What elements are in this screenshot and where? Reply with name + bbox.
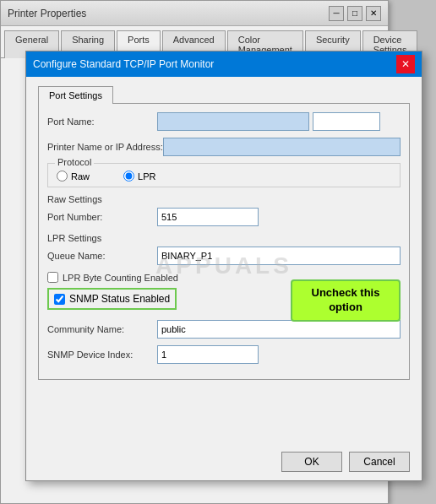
lpr-settings-label: LPR Settings <box>47 233 401 243</box>
port-name-row: Port Name: <box>47 112 401 131</box>
community-name-label: Community Name: <box>47 324 157 334</box>
snmp-status-checkbox[interactable] <box>54 294 65 305</box>
raw-radio[interactable] <box>57 171 68 182</box>
titlebar-controls: ─ □ ✕ <box>329 6 381 21</box>
port-name-extra-input[interactable] <box>313 112 380 131</box>
minimize-button[interactable]: ─ <box>329 6 344 21</box>
lpr-label: LPR <box>138 171 155 182</box>
port-number-row: Port Number: <box>47 208 401 226</box>
community-name-input[interactable] <box>157 320 401 339</box>
printer-name-row: Printer Name or IP Address: <box>47 138 401 156</box>
protocol-group: Protocol Raw LPR <box>47 163 401 187</box>
dialog-title: Configure Standard TCP/IP Port Monitor <box>33 58 214 70</box>
port-name-input[interactable] <box>157 112 309 131</box>
raw-settings-label: Raw Settings <box>47 194 401 204</box>
outer-titlebar: Printer Properties ─ □ ✕ <box>1 1 388 26</box>
snmp-device-index-input[interactable] <box>157 345 259 364</box>
port-number-label: Port Number: <box>47 212 157 222</box>
configure-tcpip-dialog: APPUALS Configure Standard TCP/IP Port M… <box>25 51 422 481</box>
cancel-button[interactable]: Cancel <box>349 452 410 472</box>
inner-titlebar: Configure Standard TCP/IP Port Monitor ✕ <box>26 51 422 77</box>
ok-button[interactable]: OK <box>281 452 342 472</box>
dialog-content: Port Settings Port Name: Printer Name or… <box>26 77 422 388</box>
lpr-byte-count-label: LPR Byte Counting Enabled <box>63 273 178 283</box>
lpr-radio[interactable] <box>123 171 134 182</box>
dialog-close-button[interactable]: ✕ <box>396 55 415 73</box>
dialog-buttons: OK Cancel <box>281 452 410 472</box>
snmp-device-index-row: SNMP Device Index: <box>47 345 401 364</box>
outer-close-button[interactable]: ✕ <box>366 6 381 21</box>
lpr-byte-count-checkbox[interactable] <box>47 272 58 283</box>
callout-text: Uncheck this option <box>312 286 380 313</box>
outer-window-title: Printer Properties <box>8 8 329 19</box>
printer-name-input[interactable] <box>163 138 401 156</box>
snmp-device-index-label: SNMP Device Index: <box>47 350 157 360</box>
raw-settings-section: Raw Settings Port Number: <box>47 194 401 226</box>
port-settings-panel: Port Name: Printer Name or IP Address: P… <box>38 103 410 380</box>
port-number-input[interactable] <box>157 208 259 226</box>
raw-radio-item: Raw <box>57 171 90 182</box>
queue-name-label: Queue Name: <box>47 251 157 261</box>
raw-label: Raw <box>71 171 90 182</box>
port-name-label: Port Name: <box>47 117 157 127</box>
community-name-row: Community Name: <box>47 320 401 339</box>
port-settings-tab[interactable]: Port Settings <box>38 86 113 104</box>
queue-name-input[interactable] <box>157 247 401 265</box>
snmp-highlight-box: SNMP Status Enabled <box>47 288 177 310</box>
lpr-settings-section: LPR Settings Queue Name: <box>47 233 401 265</box>
printer-name-label: Printer Name or IP Address: <box>47 142 163 152</box>
maximize-button[interactable]: □ <box>347 6 362 21</box>
protocol-radio-row: Raw LPR <box>57 171 391 182</box>
snmp-status-label: SNMP Status Enabled <box>69 293 170 305</box>
lpr-radio-item: LPR <box>123 171 155 182</box>
protocol-legend: Protocol <box>55 157 94 167</box>
snmp-row-container: SNMP Status Enabled Uncheck this option <box>47 288 401 315</box>
callout-box: Uncheck this option <box>291 279 401 322</box>
queue-name-row: Queue Name: <box>47 247 401 265</box>
